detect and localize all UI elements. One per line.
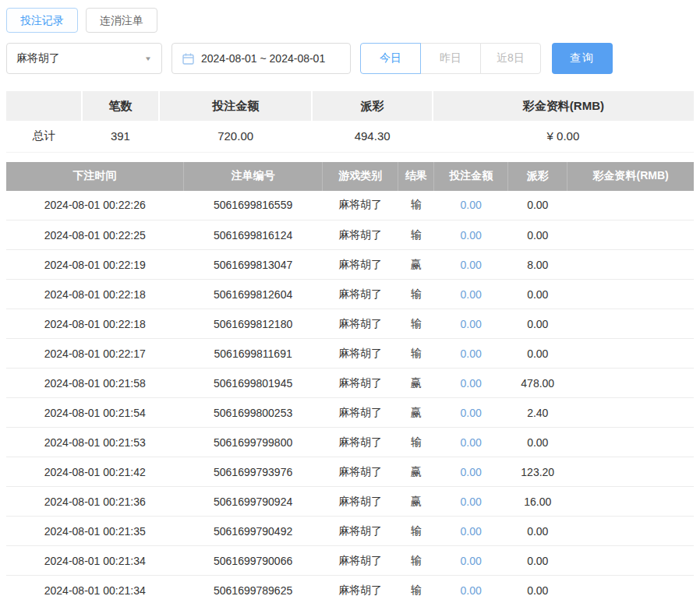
chevron-down-icon: ▼ bbox=[144, 55, 152, 62]
cell-order-id: 5061699816124 bbox=[184, 220, 323, 250]
summary-total-payout: 494.30 bbox=[312, 121, 432, 152]
summary-table: 笔数 投注金额 派彩 彩金资料(RMB) 总计 391 720.00 494.3… bbox=[6, 91, 694, 153]
yesterday-button[interactable]: 昨日 bbox=[420, 43, 481, 74]
bet-amount-link[interactable]: 0.00 bbox=[461, 377, 482, 390]
cell-bet-amount: 0.00 bbox=[434, 250, 508, 280]
records-table: 下注时间 注单编号 游戏类别 结果 投注金额 派彩 彩金资料(RMB) 2024… bbox=[6, 162, 694, 596]
cell-bonus bbox=[567, 220, 694, 250]
cell-payout: 0.00 bbox=[508, 576, 567, 596]
game-type-select[interactable]: 麻将胡了 ▼ bbox=[6, 43, 162, 74]
cell-bonus bbox=[567, 517, 694, 546]
table-row: 2024-08-01 00:22:185061699812180麻将胡了输0.0… bbox=[6, 309, 694, 339]
search-button[interactable]: 查询 bbox=[552, 43, 613, 74]
cell-payout: 8.00 bbox=[508, 250, 567, 280]
cell-order-id: 5061699789625 bbox=[184, 576, 323, 596]
tab-betting-records[interactable]: 投注记录 bbox=[6, 8, 78, 33]
cell-bet-time: 2024-08-01 00:22:18 bbox=[6, 280, 184, 309]
table-row: 2024-08-01 00:22:265061699816559麻将胡了输0.0… bbox=[6, 191, 694, 220]
cell-game-type: 麻将胡了 bbox=[323, 517, 398, 546]
cell-result: 输 bbox=[398, 309, 434, 339]
bet-amount-link[interactable]: 0.00 bbox=[461, 466, 482, 478]
summary-col-blank bbox=[6, 91, 82, 121]
cell-order-id: 5061699812604 bbox=[184, 280, 323, 309]
cell-bet-amount: 0.00 bbox=[434, 369, 508, 398]
cell-bet-time: 2024-08-01 00:21:34 bbox=[6, 546, 184, 576]
cell-bet-amount: 0.00 bbox=[434, 576, 508, 596]
cell-result: 赢 bbox=[398, 369, 434, 398]
cell-bonus bbox=[567, 487, 694, 517]
table-row: 2024-08-01 00:21:585061699801945麻将胡了赢0.0… bbox=[6, 369, 694, 398]
summary-total-row: 总计 391 720.00 494.30 ¥ 0.00 bbox=[6, 121, 694, 152]
cell-result: 赢 bbox=[398, 457, 434, 487]
cell-payout: 0.00 bbox=[508, 191, 567, 220]
summary-total-bonus: ¥ 0.00 bbox=[433, 121, 694, 152]
cell-order-id: 5061699801945 bbox=[184, 369, 323, 398]
cell-result: 赢 bbox=[398, 398, 434, 428]
bet-amount-link[interactable]: 0.00 bbox=[461, 347, 482, 360]
summary-col-payout: 派彩 bbox=[312, 91, 432, 121]
cell-result: 输 bbox=[398, 428, 434, 457]
col-header-payout: 派彩 bbox=[508, 162, 567, 191]
summary-col-bet-amount: 投注金额 bbox=[159, 91, 313, 121]
cell-bet-time: 2024-08-01 00:21:58 bbox=[6, 369, 184, 398]
cell-order-id: 5061699800253 bbox=[184, 398, 323, 428]
cell-payout: 0.00 bbox=[508, 280, 567, 309]
cell-result: 赢 bbox=[398, 487, 434, 517]
cell-game-type: 麻将胡了 bbox=[323, 191, 398, 220]
col-header-game-type: 游戏类别 bbox=[323, 162, 398, 191]
bet-amount-link[interactable]: 0.00 bbox=[461, 584, 482, 596]
records-header-row: 下注时间 注单编号 游戏类别 结果 投注金额 派彩 彩金资料(RMB) bbox=[6, 162, 694, 191]
cell-order-id: 5061699812180 bbox=[184, 309, 323, 339]
bet-amount-link[interactable]: 0.00 bbox=[461, 318, 482, 330]
cell-bonus bbox=[567, 369, 694, 398]
cell-bet-amount: 0.00 bbox=[434, 398, 508, 428]
cell-bet-time: 2024-08-01 00:22:26 bbox=[6, 191, 184, 220]
cell-payout: 0.00 bbox=[508, 339, 567, 369]
bet-amount-link[interactable]: 0.00 bbox=[461, 259, 482, 271]
cell-bet-time: 2024-08-01 00:21:42 bbox=[6, 457, 184, 487]
cell-game-type: 麻将胡了 bbox=[323, 487, 398, 517]
cell-result: 输 bbox=[398, 220, 434, 250]
cell-bonus bbox=[567, 191, 694, 220]
cell-bet-time: 2024-08-01 00:21:34 bbox=[6, 576, 184, 596]
cell-game-type: 麻将胡了 bbox=[323, 457, 398, 487]
cell-game-type: 麻将胡了 bbox=[323, 546, 398, 576]
tab-cancelled-orders[interactable]: 连消注单 bbox=[86, 8, 157, 33]
bet-amount-link[interactable]: 0.00 bbox=[461, 199, 482, 211]
cell-bonus bbox=[567, 457, 694, 487]
cell-payout: 16.00 bbox=[508, 487, 567, 517]
cell-bet-amount: 0.00 bbox=[434, 517, 508, 546]
cell-payout: 0.00 bbox=[508, 220, 567, 250]
summary-total-count: 391 bbox=[82, 121, 159, 152]
table-row: 2024-08-01 00:21:345061699790066麻将胡了输0.0… bbox=[6, 546, 694, 576]
today-button[interactable]: 今日 bbox=[360, 43, 421, 74]
date-range-picker[interactable]: 2024-08-01 ~ 2024-08-01 bbox=[171, 43, 351, 74]
bet-amount-link[interactable]: 0.00 bbox=[461, 436, 482, 449]
table-row: 2024-08-01 00:21:545061699800253麻将胡了赢0.0… bbox=[6, 398, 694, 428]
cell-bonus bbox=[567, 576, 694, 596]
cell-payout: 0.00 bbox=[508, 428, 567, 457]
bet-amount-link[interactable]: 0.00 bbox=[461, 229, 482, 242]
cell-bet-amount: 0.00 bbox=[434, 280, 508, 309]
table-row: 2024-08-01 00:21:355061699790492麻将胡了输0.0… bbox=[6, 517, 694, 546]
summary-header-row: 笔数 投注金额 派彩 彩金资料(RMB) bbox=[6, 91, 694, 121]
cell-bet-time: 2024-08-01 00:21:53 bbox=[6, 428, 184, 457]
cell-payout: 0.00 bbox=[508, 517, 567, 546]
cell-order-id: 5061699811691 bbox=[184, 339, 323, 369]
cell-payout: 2.40 bbox=[508, 398, 567, 428]
bet-amount-link[interactable]: 0.00 bbox=[461, 555, 482, 567]
cell-game-type: 麻将胡了 bbox=[323, 250, 398, 280]
cell-order-id: 5061699816559 bbox=[184, 191, 323, 220]
summary-total-bet-amount: 720.00 bbox=[159, 121, 313, 152]
cell-bet-amount: 0.00 bbox=[434, 191, 508, 220]
col-header-bet-amount: 投注金额 bbox=[434, 162, 508, 191]
cell-bet-amount: 0.00 bbox=[434, 487, 508, 517]
cell-bonus bbox=[567, 280, 694, 309]
bet-amount-link[interactable]: 0.00 bbox=[461, 407, 482, 419]
cell-order-id: 5061699813047 bbox=[184, 250, 323, 280]
cell-bet-time: 2024-08-01 00:22:25 bbox=[6, 220, 184, 250]
bet-amount-link[interactable]: 0.00 bbox=[461, 525, 482, 538]
bet-amount-link[interactable]: 0.00 bbox=[461, 495, 482, 508]
last-8-days-button[interactable]: 近8日 bbox=[480, 43, 541, 74]
bet-amount-link[interactable]: 0.00 bbox=[461, 288, 482, 301]
